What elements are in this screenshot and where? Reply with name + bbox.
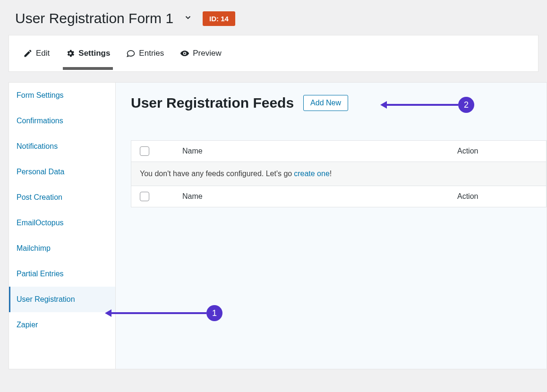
tab-edit-label: Edit — [36, 49, 50, 58]
table-header-row: Name Action — [131, 141, 546, 162]
sidebar-item-emailoctopus[interactable]: EmailOctopus — [9, 210, 115, 236]
settings-sidebar: Form SettingsConfirmationsNotificationsP… — [9, 83, 116, 369]
tab-entries[interactable]: Entries — [125, 37, 165, 69]
sidebar-item-post-creation[interactable]: Post Creation — [9, 185, 115, 210]
empty-message-row: You don't have any feeds configured. Let… — [131, 162, 546, 186]
column-header-name[interactable]: Name — [182, 147, 457, 155]
page-title: User Registration Form 1 — [15, 10, 173, 26]
add-new-button[interactable]: Add New — [303, 95, 348, 111]
tab-preview[interactable]: Preview — [179, 37, 222, 69]
sidebar-item-user-registration[interactable]: User Registration — [9, 287, 115, 312]
sidebar-item-mailchimp[interactable]: Mailchimp — [9, 236, 115, 261]
tab-settings[interactable]: Settings — [65, 37, 111, 69]
callout-badge-1: 1 — [206, 305, 222, 321]
column-footer-name[interactable]: Name — [182, 192, 457, 201]
tab-preview-label: Preview — [193, 49, 221, 58]
main-panel: User Registration Feeds Add New Name Act… — [116, 83, 547, 369]
column-header-action: Action — [457, 147, 538, 155]
table-footer-row: Name Action — [131, 186, 546, 207]
select-all-checkbox-bottom[interactable] — [140, 192, 149, 201]
sidebar-item-form-settings[interactable]: Form Settings — [9, 83, 115, 108]
feeds-table: Name Action You don't have any feeds con… — [131, 140, 547, 207]
tab-settings-label: Settings — [78, 49, 110, 58]
column-footer-action: Action — [457, 192, 538, 201]
create-one-link[interactable]: create one — [294, 170, 330, 178]
empty-message-prefix: You don't have any feeds configured. Let… — [140, 170, 292, 178]
chevron-down-icon[interactable] — [182, 11, 194, 26]
sidebar-item-notifications[interactable]: Notifications — [9, 134, 115, 159]
sidebar-item-personal-data[interactable]: Personal Data — [9, 159, 115, 185]
sidebar-item-partial-entries[interactable]: Partial Entries — [9, 261, 115, 287]
callout-1: 1 — [105, 305, 223, 321]
sidebar-item-confirmations[interactable]: Confirmations — [9, 108, 115, 134]
tab-edit[interactable]: Edit — [22, 37, 51, 69]
empty-message-suffix: ! — [330, 170, 332, 178]
sidebar-item-zapier[interactable]: Zapier — [9, 312, 115, 338]
feeds-title: User Registration Feeds — [131, 95, 294, 111]
select-all-checkbox-top[interactable] — [140, 146, 149, 156]
tab-entries-label: Entries — [139, 49, 164, 58]
tab-bar: Edit Settings Entries Preview — [9, 35, 538, 72]
id-badge: ID: 14 — [203, 11, 235, 26]
